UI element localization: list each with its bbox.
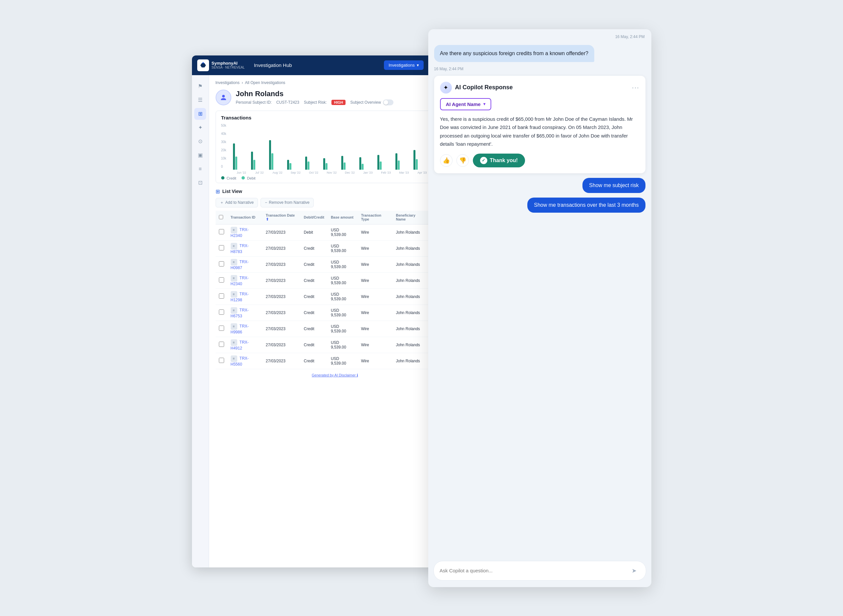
sidebar-item-doc[interactable]: ≡ xyxy=(194,163,206,175)
row-checkbox-cell xyxy=(216,256,227,273)
add-to-narrative-button[interactable]: ＋ Add to Narrative xyxy=(216,198,258,207)
row-checkbox[interactable] xyxy=(219,293,224,299)
row-transaction-id: ≡ TRX-H4912 xyxy=(227,337,262,353)
chart-bars-wrap xyxy=(233,124,449,170)
row-checkbox[interactable] xyxy=(219,229,224,234)
thankyou-button[interactable]: ✓ Thank you! xyxy=(473,154,525,167)
row-date: 27/03/2023 xyxy=(262,337,301,353)
bar-credit xyxy=(251,152,253,170)
row-tx-type: Wire xyxy=(358,240,393,256)
row-type: Credit xyxy=(301,273,327,289)
logo-area: SymphonyAI SENSA · NETREVEAL xyxy=(197,59,245,71)
chat-messages: Are there any suspicious foreign credits… xyxy=(428,41,651,556)
remove-from-narrative-button[interactable]: − Remove from Narrative xyxy=(261,198,314,207)
chart-x-label: Jan '23 xyxy=(359,171,376,174)
bar-group xyxy=(359,157,376,170)
bar-credit xyxy=(396,153,397,170)
row-checkbox-cell xyxy=(216,289,227,305)
bar-debit xyxy=(380,161,382,170)
bar-credit xyxy=(233,144,235,170)
row-doc-icon: ≡ xyxy=(231,339,237,346)
row-type: Credit xyxy=(301,289,327,305)
row-checkbox-cell xyxy=(216,305,227,321)
ai-card-menu[interactable]: ··· xyxy=(632,84,639,91)
agent-selector[interactable]: AI Agent Name ▾ xyxy=(440,98,491,110)
ai-card-title-wrap: ✦ AI Copilot Response xyxy=(440,82,513,94)
row-transaction-id: ≡ TRX-H5560 xyxy=(227,353,262,369)
row-transaction-id: ≡ TRX-H2340 xyxy=(227,224,262,240)
table-row: ≡ TRX-H8783 27/03/2023 Credit USD 9,539.… xyxy=(216,240,454,256)
breadcrumb-child: All Open Investigations xyxy=(245,81,286,85)
bar-debit xyxy=(271,153,273,170)
list-icon: ⊞ xyxy=(216,188,220,195)
send-button[interactable]: ➤ xyxy=(629,565,640,576)
overview-label: Subject Overview xyxy=(350,100,381,105)
thumbs-down-button[interactable]: 👎 xyxy=(456,154,469,167)
debit-dot xyxy=(242,176,245,179)
sidebar-item-folder[interactable]: ▣ xyxy=(194,149,206,161)
bar-credit xyxy=(359,157,361,170)
ai-card-title: AI Copilot Response xyxy=(455,84,513,91)
disclaimer-link[interactable]: Generated by AI Disclaimer ℹ xyxy=(312,373,358,377)
subject-overview-toggle[interactable] xyxy=(383,100,393,106)
row-date: 27/03/2023 xyxy=(262,353,301,369)
sidebar-item-group[interactable]: ⊡ xyxy=(194,177,206,189)
bar-credit xyxy=(305,157,307,170)
row-checkbox[interactable] xyxy=(219,261,224,267)
ai-response-text: Yes, there is a suspicious credit of $65… xyxy=(440,115,639,148)
chart-x-label: Nov '22 xyxy=(323,171,340,174)
bar-group xyxy=(396,153,412,170)
investigations-nav-button[interactable]: Investigations ▾ xyxy=(384,60,424,70)
bar-debit xyxy=(253,160,255,170)
row-date: 27/03/2023 xyxy=(262,256,301,273)
row-type: Credit xyxy=(301,305,327,321)
row-tx-type: Wire xyxy=(358,224,393,240)
sidebar-item-search[interactable]: ⊙ xyxy=(194,135,206,147)
sidebar-item-settings[interactable]: ✦ xyxy=(194,122,206,133)
chat-input[interactable] xyxy=(440,568,625,573)
select-all-checkbox[interactable] xyxy=(219,215,223,219)
suggestion-transactions-button[interactable]: Show me transactions over the last 3 mon… xyxy=(527,198,645,213)
chat-input-wrap: ➤ xyxy=(428,556,651,587)
row-date: 27/03/2023 xyxy=(262,273,301,289)
check-icon: ✓ xyxy=(480,157,487,164)
breadcrumb-root[interactable]: Investigations xyxy=(216,81,239,85)
chart-y-labels: 50k 40k 30k 20k 10k 0 xyxy=(221,124,226,170)
thumbs-up-button[interactable]: 👍 xyxy=(440,154,453,167)
row-checkbox[interactable] xyxy=(219,342,224,347)
row-checkbox[interactable] xyxy=(219,326,224,331)
th-checkbox xyxy=(216,211,227,224)
sidebar-item-flag[interactable]: ⚑ xyxy=(194,81,206,92)
sidebar-item-list[interactable]: ☰ xyxy=(194,94,206,106)
bar-group xyxy=(341,156,358,170)
chat-timestamp: 16 May, 2:44 PM xyxy=(428,29,651,41)
bar-debit xyxy=(416,159,418,170)
row-checkbox[interactable] xyxy=(219,277,224,283)
bar-group xyxy=(287,160,304,170)
suggestion-subject-risk-button[interactable]: Show me subject risk xyxy=(582,178,645,193)
bar-credit xyxy=(377,155,379,170)
bar-group xyxy=(305,157,322,170)
th-beneficiary-name: Beneficiary Name xyxy=(393,211,428,224)
row-checkbox[interactable] xyxy=(219,309,224,315)
row-tx-type: Wire xyxy=(358,289,393,305)
row-doc-icon: ≡ xyxy=(231,275,237,282)
row-checkbox[interactable] xyxy=(219,245,224,251)
risk-badge: HIGH xyxy=(331,100,346,105)
row-amount: USD 9,539.00 xyxy=(327,321,358,337)
agent-name: AI Agent Name xyxy=(446,101,481,107)
chart-title: Transactions xyxy=(221,115,449,120)
chart-x-label: Feb '23 xyxy=(377,171,394,174)
chart-container: Transactions 50k 40k 30k 20k 10k 0 xyxy=(216,111,454,183)
sidebar-item-grid[interactable]: ⊞ xyxy=(194,108,206,120)
list-view-header: ⊞ List View xyxy=(216,188,454,195)
nav-title: Investigation Hub xyxy=(254,62,377,68)
table-row: ≡ TRX-H6753 27/03/2023 Credit USD 9,539.… xyxy=(216,305,454,321)
bar-group xyxy=(251,152,268,170)
row-amount: USD 9,539.00 xyxy=(327,337,358,353)
chart-x-label: Oct '22 xyxy=(305,171,322,174)
row-checkbox[interactable] xyxy=(219,358,224,363)
row-transaction-id: ≡ TRX-H2340 xyxy=(227,273,262,289)
row-doc-icon: ≡ xyxy=(231,227,237,233)
row-doc-icon: ≡ xyxy=(231,355,237,362)
